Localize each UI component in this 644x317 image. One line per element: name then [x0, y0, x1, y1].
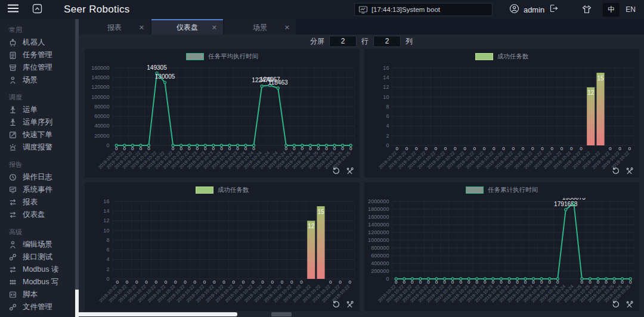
tab-scene[interactable]: 场景✕ — [224, 19, 296, 35]
svg-text:0: 0 — [459, 279, 462, 285]
svg-text:0: 0 — [252, 146, 255, 151]
svg-text:200000: 200000 — [371, 268, 389, 274]
svg-text:160000: 160000 — [91, 65, 109, 71]
svg-text:0: 0 — [145, 279, 148, 285]
legend-label: 任务累计执行时间 — [488, 186, 538, 194]
lang-en-button[interactable]: EN — [626, 5, 636, 14]
refresh-icon[interactable] — [332, 167, 340, 175]
user-avatar-icon[interactable] — [509, 4, 519, 16]
sidebar-item-task-management[interactable]: 任务管理 — [0, 49, 79, 61]
sidebar-scrollbar-track[interactable] — [75, 19, 79, 317]
sidebar-item-label: 库位管理 — [23, 63, 52, 73]
sidebar-item-script[interactable]: 脚本 — [0, 288, 79, 301]
sidebar-item-quick-order[interactable]: 快速下单 — [0, 129, 79, 141]
collapse-panel-icon[interactable] — [32, 4, 42, 16]
main-content: 报表✕仪表盘✕场景✕ 分屏 行 列 任务平均执行时间 0200004000060… — [79, 19, 644, 317]
sidebar-item-label: 接口测试 — [23, 252, 52, 262]
lang-zh-button[interactable]: 中 — [603, 3, 620, 17]
sidebar-item-dispatch-alarm[interactable]: 调度报警 — [0, 141, 79, 154]
chart-legend[interactable]: 任务累计执行时间 — [364, 182, 639, 198]
svg-text:0: 0 — [213, 279, 216, 285]
sidebar-section-label: 用户 — [0, 313, 79, 317]
refresh-icon[interactable] — [612, 167, 620, 175]
sidebar-item-reports[interactable]: 报表 — [0, 196, 79, 209]
tab-close-icon[interactable]: ✕ — [284, 24, 290, 32]
svg-text:0: 0 — [435, 279, 438, 285]
horizontal-scrollbar-segment[interactable] — [271, 312, 292, 316]
svg-text:0: 0 — [597, 279, 600, 285]
svg-text:0: 0 — [467, 279, 470, 285]
svg-text:0: 0 — [411, 279, 414, 285]
swap-icon — [8, 265, 17, 274]
line-chart-total-task-time: 0200000400000600000800000100000012000001… — [364, 198, 639, 311]
svg-text:0: 0 — [165, 279, 168, 285]
svg-text:12: 12 — [103, 218, 109, 224]
sidebar-item-scene[interactable]: 场景 — [0, 74, 79, 86]
tab-reports[interactable]: 报表✕ — [79, 19, 150, 35]
horizontal-scrollbar-thumb[interactable] — [78, 312, 237, 316]
username[interactable]: admin — [524, 5, 544, 14]
svg-text:0: 0 — [188, 146, 191, 151]
svg-text:20000: 20000 — [94, 133, 109, 139]
svg-text:10: 10 — [103, 228, 109, 234]
chart-settings-tools-icon[interactable] — [626, 300, 633, 308]
svg-text:0: 0 — [502, 146, 505, 151]
svg-text:0: 0 — [333, 146, 336, 151]
svg-text:0: 0 — [532, 279, 535, 285]
system-status-input[interactable] — [371, 6, 485, 13]
refresh-icon[interactable] — [612, 300, 620, 308]
svg-text:0: 0 — [524, 279, 527, 285]
svg-text:0: 0 — [106, 142, 109, 148]
menu-icon[interactable] — [7, 4, 19, 15]
chart-settings-tools-icon[interactable] — [626, 167, 633, 175]
refresh-icon[interactable] — [332, 300, 340, 308]
svg-text:16: 16 — [383, 65, 389, 71]
tab-close-icon[interactable]: ✕ — [139, 24, 144, 32]
svg-text:0: 0 — [531, 146, 534, 151]
cols-input[interactable] — [373, 36, 401, 47]
sidebar-item-modbus-read[interactable]: Modbus 读 — [0, 263, 79, 276]
sidebar-item-operation-log[interactable]: 操作日志 — [0, 171, 79, 184]
chart-panel-avg-task-time: 任务平均执行时间 0200004000060000800001000001200… — [85, 49, 360, 178]
svg-text:0: 0 — [317, 146, 320, 151]
svg-text:8: 8 — [386, 104, 389, 110]
svg-text:0: 0 — [228, 146, 231, 151]
sidebar-item-system-events[interactable]: 系统事件 — [0, 184, 79, 196]
sidebar: 常用机器人任务管理库位管理场景调度运单运单序列快速下单调度报警报告操作日志系统事… — [0, 19, 79, 317]
svg-text:0: 0 — [618, 146, 621, 151]
sidebar-item-waybill-sequence[interactable]: 运单序列 — [0, 116, 79, 129]
svg-text:0: 0 — [203, 279, 206, 285]
svg-text:0: 0 — [484, 279, 487, 285]
sidebar-item-waybill[interactable]: 运单 — [0, 104, 79, 116]
svg-text:14: 14 — [103, 208, 109, 214]
logout-icon[interactable] — [549, 4, 559, 15]
theme-shirt-icon[interactable] — [581, 5, 592, 14]
svg-text:60000: 60000 — [94, 113, 109, 119]
sidebar-item-modbus-write[interactable]: Modbus 写 — [0, 276, 79, 288]
svg-text:140000: 140000 — [91, 74, 109, 80]
svg-text:0: 0 — [244, 146, 247, 151]
sidebar-item-storage-management[interactable]: 库位管理 — [0, 61, 79, 74]
svg-text:0: 0 — [425, 146, 428, 151]
sidebar-item-robots[interactable]: 机器人 — [0, 36, 79, 49]
svg-text:0: 0 — [427, 279, 430, 285]
sidebar-item-api-test[interactable]: 接口测试 — [0, 251, 79, 263]
chart-legend[interactable]: 成功任务数 — [364, 49, 639, 64]
svg-text:1000000: 1000000 — [368, 237, 389, 243]
chart-legend[interactable]: 任务平均执行时间 — [85, 49, 360, 64]
tab-close-icon[interactable]: ✕ — [212, 24, 217, 32]
svg-text:118463: 118463 — [268, 79, 288, 86]
rows-input[interactable] — [329, 36, 357, 47]
svg-text:12: 12 — [383, 85, 389, 91]
tab-dashboard[interactable]: 仪表盘✕ — [151, 19, 223, 35]
chart-settings-tools-icon[interactable] — [346, 300, 354, 308]
legend-label: 成功任务数 — [218, 186, 249, 194]
chart-settings-tools-icon[interactable] — [346, 167, 354, 175]
chart-legend[interactable]: 成功任务数 — [85, 182, 360, 198]
svg-text:4: 4 — [386, 123, 389, 129]
dashboard-grid: 任务平均执行时间 0200004000060000800001000001200… — [79, 48, 644, 317]
sidebar-item-dashboard[interactable]: 仪表盘 — [0, 209, 79, 221]
sidebar-item-edit-scene[interactable]: 编辑场景 — [0, 238, 79, 251]
svg-text:0: 0 — [281, 279, 284, 285]
sidebar-item-file-management[interactable]: 文件管理 — [0, 301, 79, 313]
